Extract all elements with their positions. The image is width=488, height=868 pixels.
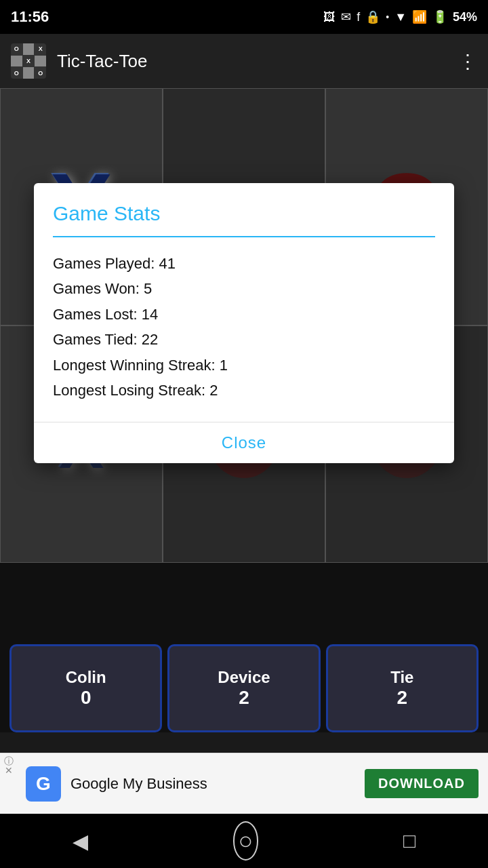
app-icon: O X X O O <box>11 43 46 79</box>
tie-score: 2 <box>397 687 408 709</box>
system-nav-bar: ◀ ○ □ <box>0 814 488 868</box>
app-bar: O X X O O Tic-Tac-Toe ⋮ <box>0 34 488 88</box>
player1-score: 0 <box>81 687 92 709</box>
score-row: Colin 0 Device 2 Tie 2 <box>0 644 488 732</box>
stat-games-won: Games Won: 5 <box>53 276 435 301</box>
app-title: Tic-Tac-Toe <box>57 51 458 72</box>
back-button[interactable]: ◀ <box>73 829 88 853</box>
modal-overlay: Game Stats Games Played: 41 Games Won: 5… <box>0 88 488 732</box>
ad-info-area: ⓘ ✕ <box>4 756 14 775</box>
mail-icon: ✉ <box>341 9 351 24</box>
stat-games-lost: Games Lost: 14 <box>53 302 435 327</box>
battery-icon: 🔋 <box>432 9 447 24</box>
status-time: 11:56 <box>11 8 49 26</box>
game-stats-dialog: Game Stats Games Played: 41 Games Won: 5… <box>34 183 454 463</box>
recents-button[interactable]: □ <box>403 829 415 852</box>
wifi-icon: ▼ <box>394 10 407 24</box>
battery-percent: 54% <box>453 10 477 24</box>
player1-score-card: Colin 0 <box>9 644 162 732</box>
ad-banner: ⓘ ✕ G Google My Business DOWNLOAD <box>0 753 488 814</box>
player1-name: Colin <box>66 668 106 687</box>
close-button[interactable]: Close <box>222 433 266 452</box>
status-bar: 11:56 🖼 ✉ f 🔒 • ▼ 📶 🔋 54% <box>0 0 488 34</box>
player2-score-card: Device 2 <box>167 644 320 732</box>
signal-icon: 📶 <box>412 9 427 24</box>
stat-win-streak: Longest Winning Streak: 1 <box>53 353 435 378</box>
lock-icon: 🔒 <box>365 9 380 24</box>
dialog-title: Game Stats <box>53 202 160 224</box>
dialog-header: Game Stats <box>34 183 454 236</box>
dialog-content: Games Played: 41 Games Won: 5 Games Lost… <box>34 237 454 422</box>
image-icon: 🖼 <box>323 10 336 24</box>
stat-lose-streak: Longest Losing Streak: 2 <box>53 378 435 403</box>
google-logo-text: G <box>36 773 51 795</box>
status-icons: 🖼 ✉ f 🔒 • ▼ 📶 🔋 54% <box>323 9 477 24</box>
stat-games-played: Games Played: 41 <box>53 251 435 276</box>
tie-label: Tie <box>390 668 413 687</box>
dialog-footer: Close <box>34 422 454 463</box>
facebook-icon: f <box>357 10 360 24</box>
player2-score: 2 <box>239 687 249 709</box>
stat-games-tied: Games Tied: 22 <box>53 327 435 352</box>
dot-icon: • <box>386 12 389 22</box>
home-button[interactable]: ○ <box>233 821 259 861</box>
player2-name: Device <box>218 668 270 687</box>
tie-score-card: Tie 2 <box>326 644 479 732</box>
ad-download-button[interactable]: DOWNLOAD <box>365 769 479 798</box>
ad-close-x[interactable]: ✕ <box>5 766 13 775</box>
ad-info-icon: ⓘ <box>4 756 14 766</box>
ad-app-name: Google My Business <box>70 775 365 793</box>
overflow-menu-button[interactable]: ⋮ <box>458 50 477 73</box>
ad-logo: G <box>26 766 61 802</box>
